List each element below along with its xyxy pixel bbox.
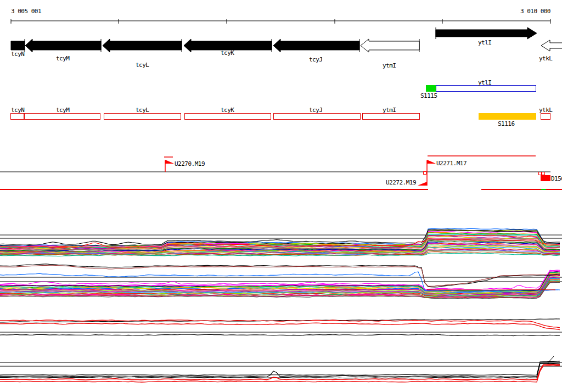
probe-flag-u2271-m17[interactable] [427,160,436,164]
gene-arrow-tcyL[interactable] [103,39,182,52]
bottom-black-a [0,361,560,376]
probe-marker-square-0[interactable] [424,172,426,175]
segment-s1116-box[interactable] [479,113,536,120]
region-box-tcyL[interactable] [104,114,181,120]
region-box-tcyK[interactable] [185,114,271,120]
expression-profiles-canvas[interactable] [0,217,562,392]
region-box-ytkL[interactable] [541,114,550,120]
bottom-black-c [0,363,560,378]
segment-s1115-box[interactable] [426,85,436,92]
genome-browser-window: 3 005 001 3 010 000 tcyNtcyMtcyLtcyKtcyJ… [0,0,562,392]
region-box-ytmI[interactable] [363,114,420,120]
gene-arrow-tcyK[interactable] [184,39,272,52]
probe-red-block[interactable] [541,175,550,181]
gene-arrow-ytmI[interactable] [361,39,419,52]
gene-arrow-tcyM[interactable] [25,39,101,52]
gene-arrow-ytkL[interactable] [541,40,562,51]
gene-arrow-tcyN[interactable] [11,41,25,50]
gene-arrow-ytlI[interactable] [436,27,537,39]
probe-marker-square-2[interactable] [542,172,545,175]
region-box-tcyN[interactable] [11,114,24,120]
region-box-tcyM[interactable] [25,114,100,120]
band4-red-b [0,323,560,330]
region-box-tcyJ[interactable] [274,114,361,120]
band5-black [0,334,560,336]
probe-flag-u2272-m19[interactable] [418,182,427,186]
annotation-tracks-canvas[interactable] [0,0,562,217]
probe-flag-u2270-m19[interactable] [165,160,174,164]
probe-marker-square-1[interactable] [539,172,542,175]
right-red-flat [427,290,555,290]
transcript-outline-box-ytlI[interactable] [436,86,536,92]
gene-arrow-tcyJ[interactable] [273,39,359,52]
